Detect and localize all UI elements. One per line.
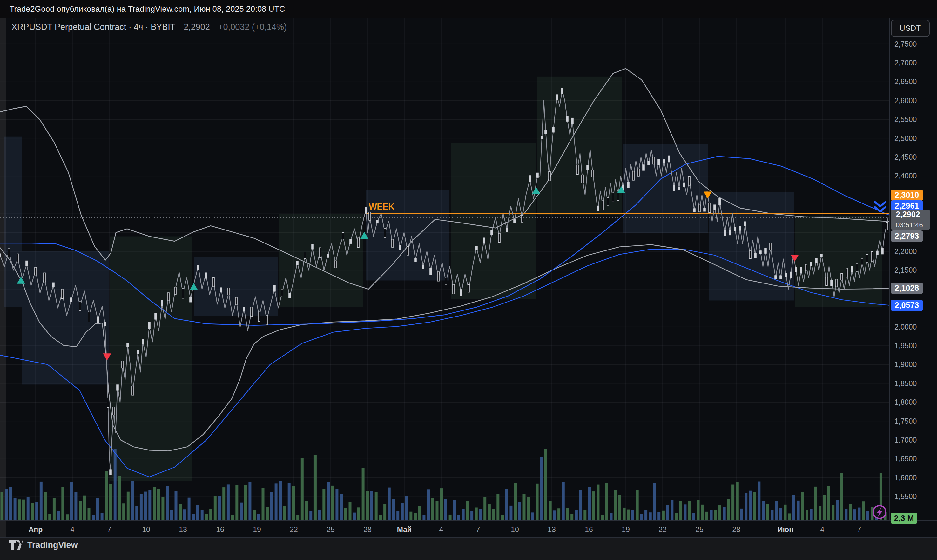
- volume-bar: [192, 514, 195, 520]
- price-scale[interactable]: 2,75002,70002,65002,60002,55002,50002,45…: [889, 18, 937, 521]
- price-bar-body: [132, 386, 134, 395]
- volume-bar: [101, 513, 103, 520]
- volume-bar: [532, 512, 534, 520]
- price-scale-label: 2,7000: [894, 59, 917, 67]
- price-bar-body: [678, 187, 680, 190]
- price-scale-label: 2,0000: [894, 323, 917, 331]
- volume-bar: [314, 455, 317, 520]
- tradingview-attribution-link[interactable]: TradingView: [8, 540, 78, 551]
- volume-bar: [801, 492, 804, 520]
- price-bar-body: [127, 343, 129, 347]
- price-bar-body: [109, 469, 111, 475]
- price-bar-body: [871, 251, 873, 261]
- price-bar-body: [8, 249, 10, 257]
- volume-bar: [109, 484, 112, 520]
- volume-bar: [375, 492, 378, 520]
- volume-bar: [792, 495, 795, 520]
- boost-button[interactable]: [873, 506, 886, 518]
- volume-bar: [14, 498, 17, 520]
- volume-bar: [644, 510, 647, 520]
- time-axis-label: 13: [547, 525, 556, 534]
- volume-bar: [388, 488, 391, 520]
- price-bar-body: [161, 300, 163, 306]
- price-bar-body: [668, 156, 670, 162]
- price-bar-body: [281, 289, 283, 296]
- volume-bar: [436, 501, 439, 520]
- price-bar-body: [70, 298, 72, 301]
- price-bar-body: [831, 281, 832, 286]
- volume-bar: [501, 515, 504, 520]
- time-axis-hit-area[interactable]: [0, 521, 889, 538]
- price-bar-body: [365, 207, 367, 213]
- chart-canvas[interactable]: WEEKАпр4710131619222528Май47101316192225…: [0, 0, 937, 560]
- price-bar-body: [663, 160, 665, 163]
- volume-bar: [849, 505, 852, 520]
- volume-bar: [105, 471, 108, 520]
- volume-bar: [444, 499, 447, 520]
- price-bar-body: [561, 88, 563, 94]
- price-bar-body: [643, 165, 644, 171]
- price-bar-body: [582, 175, 584, 183]
- price-bar-body: [107, 398, 109, 408]
- volume-bar: [575, 509, 578, 520]
- price-bar-body: [506, 228, 508, 231]
- price-bar-body: [648, 161, 650, 165]
- price-scale-label: 1,8500: [894, 379, 917, 388]
- volume-badge: 2,3 M: [891, 513, 917, 524]
- price-bar-body: [483, 238, 485, 243]
- price-bar-body: [334, 261, 336, 268]
- volume-bar: [862, 501, 865, 520]
- price-bar-body: [358, 238, 359, 247]
- price-scale-label: 1,7000: [894, 436, 917, 444]
- volume-bar: [653, 483, 656, 520]
- price-bar-body: [235, 297, 237, 305]
- volume-bar: [592, 491, 595, 520]
- band-price-badge-value: 2,2961: [895, 201, 919, 210]
- volume-bar: [257, 514, 260, 520]
- price-bar-body: [545, 130, 547, 134]
- volume-bar: [784, 505, 787, 520]
- time-axis-label: 22: [290, 525, 298, 534]
- weekly-range-box-green: [279, 214, 364, 307]
- volume-bar: [740, 509, 743, 520]
- volume-bar: [114, 449, 117, 520]
- currency-toggle-button[interactable]: USDT: [891, 20, 930, 37]
- volume-bar: [61, 487, 64, 520]
- volume-bar: [749, 491, 752, 520]
- volume-bar: [96, 498, 99, 520]
- volume-bar: [18, 499, 21, 520]
- current-price-badge: 2,290203:51:46: [891, 209, 930, 230]
- price-bar-body: [369, 212, 371, 220]
- volume-bar: [127, 492, 129, 520]
- price-bar-body: [876, 251, 878, 255]
- price-bar-body: [407, 246, 409, 255]
- volume-bar: [706, 512, 708, 520]
- volume-bar: [584, 510, 586, 520]
- time-axis-label: 28: [732, 525, 740, 534]
- price-bar-body: [592, 170, 593, 177]
- volume-bar: [327, 482, 330, 520]
- volume-bar: [744, 493, 747, 520]
- price-scale-label: 1,8000: [894, 398, 917, 406]
- price-bar-body: [190, 297, 191, 302]
- volume-bar: [692, 513, 695, 520]
- time-axis-label: 19: [253, 525, 261, 534]
- volume-bar: [244, 485, 247, 520]
- price-bar-body: [760, 251, 761, 254]
- price-bar-body: [861, 258, 863, 265]
- price-bar-body: [709, 203, 710, 212]
- volume-bar: [401, 503, 404, 520]
- weekly-range-box-green: [795, 215, 882, 307]
- volume-bar: [5, 489, 8, 520]
- volume-bar: [523, 494, 526, 520]
- time-axis[interactable]: Апр4710131619222528Май4710131619222528Ию…: [0, 521, 889, 538]
- volume-bar: [57, 511, 60, 520]
- time-axis-label: 13: [179, 525, 187, 534]
- volume-bar: [484, 497, 486, 520]
- price-bar-body: [658, 159, 660, 165]
- price-bar-body: [775, 275, 777, 278]
- week-level-label: WEEK: [369, 202, 395, 211]
- price-bar-body: [886, 223, 888, 230]
- price-bar-body: [52, 283, 54, 287]
- price-scale-label: 2,5000: [894, 134, 917, 143]
